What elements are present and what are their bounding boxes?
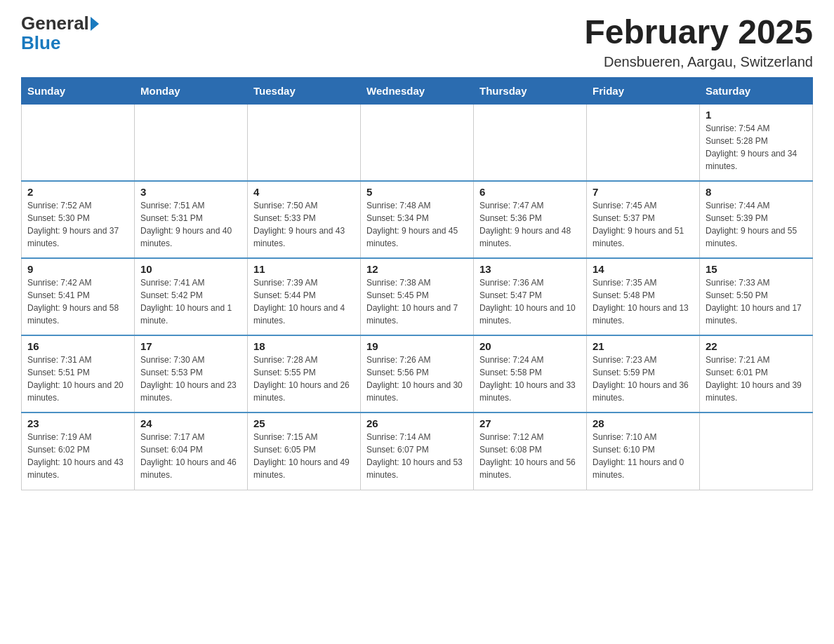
calendar-table: SundayMondayTuesdayWednesdayThursdayFrid… (21, 77, 813, 490)
day-cell (22, 104, 135, 181)
day-number: 4 (253, 186, 355, 198)
day-number: 9 (27, 263, 128, 275)
day-info: Sunrise: 7:33 AMSunset: 5:50 PMDaylight:… (706, 276, 807, 327)
day-cell: 16Sunrise: 7:31 AMSunset: 5:51 PMDayligh… (22, 335, 135, 412)
week-row-5: 23Sunrise: 7:19 AMSunset: 6:02 PMDayligh… (22, 412, 813, 490)
week-row-2: 2Sunrise: 7:52 AMSunset: 5:30 PMDaylight… (22, 181, 813, 258)
day-cell: 13Sunrise: 7:36 AMSunset: 5:47 PMDayligh… (474, 258, 587, 335)
day-info: Sunrise: 7:24 AMSunset: 5:58 PMDaylight:… (479, 354, 581, 404)
day-info: Sunrise: 7:21 AMSunset: 6:01 PMDaylight:… (706, 354, 807, 404)
day-info: Sunrise: 7:38 AMSunset: 5:45 PMDaylight:… (366, 276, 468, 327)
day-number: 16 (27, 340, 128, 352)
day-number: 1 (706, 109, 807, 121)
day-cell: 6Sunrise: 7:47 AMSunset: 5:36 PMDaylight… (474, 181, 587, 258)
day-cell (587, 104, 700, 181)
day-number: 24 (140, 417, 241, 429)
day-number: 13 (479, 263, 581, 275)
month-title: February 2025 (584, 14, 813, 51)
day-info: Sunrise: 7:47 AMSunset: 5:36 PMDaylight:… (479, 199, 581, 250)
day-cell: 3Sunrise: 7:51 AMSunset: 5:31 PMDaylight… (135, 181, 248, 258)
day-info: Sunrise: 7:39 AMSunset: 5:44 PMDaylight:… (253, 276, 355, 327)
day-info: Sunrise: 7:35 AMSunset: 5:48 PMDaylight:… (593, 276, 694, 327)
header-day-tuesday: Tuesday (248, 77, 361, 104)
day-number: 5 (366, 186, 468, 198)
title-section: February 2025 Densbueren, Aargau, Switze… (584, 14, 813, 70)
day-cell: 4Sunrise: 7:50 AMSunset: 5:33 PMDaylight… (248, 181, 361, 258)
day-cell: 21Sunrise: 7:23 AMSunset: 5:59 PMDayligh… (587, 335, 700, 412)
header-day-wednesday: Wednesday (361, 77, 474, 104)
day-cell: 14Sunrise: 7:35 AMSunset: 5:48 PMDayligh… (587, 258, 700, 335)
day-number: 21 (593, 340, 694, 352)
header-day-friday: Friday (587, 77, 700, 104)
day-cell (248, 104, 361, 181)
day-info: Sunrise: 7:30 AMSunset: 5:53 PMDaylight:… (140, 354, 241, 404)
day-number: 2 (27, 186, 128, 198)
day-number: 26 (366, 417, 468, 429)
day-info: Sunrise: 7:41 AMSunset: 5:42 PMDaylight:… (140, 276, 241, 327)
day-cell: 26Sunrise: 7:14 AMSunset: 6:07 PMDayligh… (361, 412, 474, 490)
logo-blue-text: Blue (21, 32, 60, 53)
logo: General Blue (21, 14, 99, 54)
day-info: Sunrise: 7:51 AMSunset: 5:31 PMDaylight:… (140, 199, 241, 250)
day-number: 10 (140, 263, 241, 275)
day-number: 11 (253, 263, 355, 275)
day-number: 25 (253, 417, 355, 429)
day-number: 28 (593, 417, 694, 429)
header-day-monday: Monday (135, 77, 248, 104)
day-number: 17 (140, 340, 241, 352)
day-info: Sunrise: 7:10 AMSunset: 6:10 PMDaylight:… (593, 431, 694, 481)
day-number: 22 (706, 340, 807, 352)
day-cell: 11Sunrise: 7:39 AMSunset: 5:44 PMDayligh… (248, 258, 361, 335)
day-cell (474, 104, 587, 181)
day-info: Sunrise: 7:36 AMSunset: 5:47 PMDaylight:… (479, 276, 581, 327)
day-info: Sunrise: 7:12 AMSunset: 6:08 PMDaylight:… (479, 431, 581, 481)
day-info: Sunrise: 7:54 AMSunset: 5:28 PMDaylight:… (706, 122, 807, 173)
day-cell: 17Sunrise: 7:30 AMSunset: 5:53 PMDayligh… (135, 335, 248, 412)
day-cell: 28Sunrise: 7:10 AMSunset: 6:10 PMDayligh… (587, 412, 700, 490)
day-info: Sunrise: 7:45 AMSunset: 5:37 PMDaylight:… (593, 199, 694, 250)
day-info: Sunrise: 7:42 AMSunset: 5:41 PMDaylight:… (27, 276, 128, 327)
day-cell: 18Sunrise: 7:28 AMSunset: 5:55 PMDayligh… (248, 335, 361, 412)
week-row-4: 16Sunrise: 7:31 AMSunset: 5:51 PMDayligh… (22, 335, 813, 412)
day-number: 8 (706, 186, 807, 198)
day-info: Sunrise: 7:50 AMSunset: 5:33 PMDaylight:… (253, 199, 355, 250)
day-cell: 27Sunrise: 7:12 AMSunset: 6:08 PMDayligh… (474, 412, 587, 490)
header-day-thursday: Thursday (474, 77, 587, 104)
day-info: Sunrise: 7:19 AMSunset: 6:02 PMDaylight:… (27, 431, 128, 481)
day-cell: 1Sunrise: 7:54 AMSunset: 5:28 PMDaylight… (700, 104, 813, 181)
day-cell: 9Sunrise: 7:42 AMSunset: 5:41 PMDaylight… (22, 258, 135, 335)
day-cell (135, 104, 248, 181)
week-row-3: 9Sunrise: 7:42 AMSunset: 5:41 PMDaylight… (22, 258, 813, 335)
day-cell: 22Sunrise: 7:21 AMSunset: 6:01 PMDayligh… (700, 335, 813, 412)
day-cell: 12Sunrise: 7:38 AMSunset: 5:45 PMDayligh… (361, 258, 474, 335)
day-info: Sunrise: 7:15 AMSunset: 6:05 PMDaylight:… (253, 431, 355, 481)
day-number: 15 (706, 263, 807, 275)
logo-arrow-icon (91, 17, 99, 31)
page-header: General Blue February 2025 Densbueren, A… (21, 14, 813, 70)
day-cell: 23Sunrise: 7:19 AMSunset: 6:02 PMDayligh… (22, 412, 135, 490)
day-info: Sunrise: 7:17 AMSunset: 6:04 PMDaylight:… (140, 431, 241, 481)
day-info: Sunrise: 7:44 AMSunset: 5:39 PMDaylight:… (706, 199, 807, 250)
day-cell: 10Sunrise: 7:41 AMSunset: 5:42 PMDayligh… (135, 258, 248, 335)
header-day-saturday: Saturday (700, 77, 813, 104)
day-info: Sunrise: 7:48 AMSunset: 5:34 PMDaylight:… (366, 199, 468, 250)
day-number: 7 (593, 186, 694, 198)
day-number: 3 (140, 186, 241, 198)
calendar-body: 1Sunrise: 7:54 AMSunset: 5:28 PMDaylight… (22, 104, 813, 490)
day-info: Sunrise: 7:23 AMSunset: 5:59 PMDaylight:… (593, 354, 694, 404)
calendar-header: SundayMondayTuesdayWednesdayThursdayFrid… (22, 77, 813, 104)
day-number: 19 (366, 340, 468, 352)
day-info: Sunrise: 7:28 AMSunset: 5:55 PMDaylight:… (253, 354, 355, 404)
day-info: Sunrise: 7:52 AMSunset: 5:30 PMDaylight:… (27, 199, 128, 250)
day-info: Sunrise: 7:14 AMSunset: 6:07 PMDaylight:… (366, 431, 468, 481)
day-cell: 7Sunrise: 7:45 AMSunset: 5:37 PMDaylight… (587, 181, 700, 258)
header-row: SundayMondayTuesdayWednesdayThursdayFrid… (22, 77, 813, 104)
location-text: Densbueren, Aargau, Switzerland (584, 54, 813, 70)
day-number: 27 (479, 417, 581, 429)
logo-general-text: General (21, 14, 89, 32)
day-cell: 24Sunrise: 7:17 AMSunset: 6:04 PMDayligh… (135, 412, 248, 490)
day-number: 23 (27, 417, 128, 429)
day-number: 12 (366, 263, 468, 275)
day-number: 6 (479, 186, 581, 198)
day-info: Sunrise: 7:26 AMSunset: 5:56 PMDaylight:… (366, 354, 468, 404)
